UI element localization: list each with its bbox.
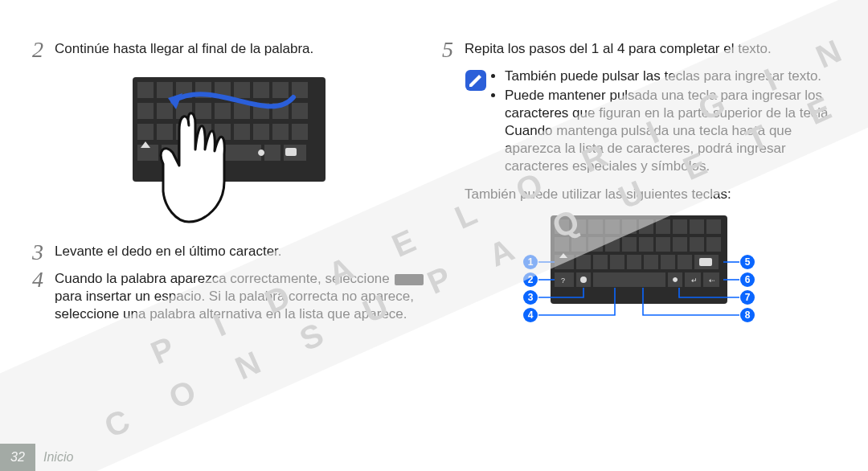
svg-rect-14 [137,103,154,119]
svg-text:7: 7 [745,292,751,303]
note-bullet-2: Puede mantener pulsada una tecla para in… [505,87,836,175]
svg-rect-49 [690,219,704,234]
svg-text:⇠: ⇠ [709,276,715,285]
svg-rect-48 [673,219,687,234]
step-4-text: Cuando la palabra aparezca correctamente… [55,270,426,323]
svg-text:2: 2 [528,274,534,285]
svg-rect-52 [571,237,586,252]
svg-rect-42 [571,219,586,234]
step-2-text: Continúe hasta llegar al final de la pal… [55,40,426,58]
svg-text:?: ? [561,276,565,285]
keyboard-swipe-illustration [125,69,334,230]
svg-rect-29 [253,124,269,140]
svg-rect-4 [137,82,154,98]
svg-rect-46 [639,219,653,234]
svg-rect-15 [157,103,173,119]
svg-rect-67 [661,255,675,269]
svg-text:4: 4 [528,309,534,321]
note-block: También puede pulsar las teclas para ing… [465,68,836,178]
step-number-2: 2 [32,39,55,61]
also-text: También puede utilizar las siguientes te… [465,186,836,203]
space-key-icon [395,274,424,285]
step-4: 4 Cuando la palabra aparezca correctamen… [32,270,426,323]
svg-text:↵: ↵ [691,276,698,285]
step-5: 5 Repita los pasos del 1 al 4 para compl… [442,40,836,61]
page-number: 32 [0,444,35,471]
svg-rect-63 [593,255,608,269]
note-icon [465,69,487,92]
svg-rect-44 [605,219,620,234]
svg-rect-30 [272,124,289,140]
svg-rect-28 [234,124,250,140]
svg-rect-72 [593,272,665,287]
svg-text:3: 3 [528,292,534,303]
svg-rect-68 [678,255,692,269]
step-number-5: 5 [442,39,465,61]
section-name: Inicio [43,450,73,465]
left-column: 2 Continúe hasta llegar al final de la p… [24,40,434,434]
svg-rect-17 [195,103,211,119]
svg-rect-23 [137,124,154,140]
step-4-text-a: Cuando la palabra aparezca correctamente… [55,271,393,286]
right-column: 5 Repita los pasos del 1 al 4 para compl… [434,40,844,434]
svg-rect-58 [673,237,687,252]
svg-rect-45 [622,219,637,234]
step-number-3: 3 [32,241,55,264]
svg-rect-62 [576,255,591,269]
svg-rect-56 [639,237,653,252]
svg-rect-43 [588,219,603,234]
svg-rect-55 [622,237,637,252]
svg-text:1: 1 [528,256,534,268]
svg-rect-24 [157,124,173,140]
svg-rect-37 [285,148,297,156]
note-list: También puede pulsar las teclas para ing… [493,68,836,178]
svg-rect-18 [215,103,231,119]
step-number-4: 4 [32,268,55,291]
svg-rect-47 [656,219,670,234]
step-2: 2 Continúe hasta llegar al final de la p… [32,40,426,61]
svg-rect-19 [234,103,250,119]
svg-text:6: 6 [745,274,751,285]
svg-point-78 [580,276,587,283]
svg-rect-35 [264,145,280,161]
step-4-text-b: para insertar un espacio. Si la palabra … [55,289,414,322]
svg-rect-22 [292,103,308,119]
svg-rect-31 [292,124,308,140]
svg-rect-41 [555,219,569,234]
svg-rect-5 [157,82,173,98]
svg-rect-57 [656,237,670,252]
step-5-text: Repita los pasos del 1 al 4 para complet… [465,40,836,58]
svg-rect-64 [610,255,624,269]
svg-rect-59 [690,237,704,252]
page-footer: 32 Inicio [0,444,73,471]
svg-rect-54 [605,237,620,252]
svg-rect-50 [706,219,721,234]
svg-rect-11 [272,82,289,98]
svg-text:8: 8 [745,309,751,321]
step-3-text: Levante el dedo en el último caracter. [55,243,426,260]
svg-text:5: 5 [745,256,751,268]
svg-rect-53 [588,237,603,252]
svg-rect-10 [253,82,269,98]
svg-rect-9 [234,82,250,98]
note-bullet-1: También puede pulsar las teclas para ing… [505,68,836,85]
svg-rect-76 [699,258,712,266]
svg-rect-65 [627,255,641,269]
keyboard-annotated-illustration: ? ↵ ⇠ 1 2 [506,211,772,356]
step-3: 3 Levante el dedo en el último caracter. [32,243,426,264]
svg-rect-51 [555,237,569,252]
svg-rect-60 [706,237,721,252]
svg-rect-66 [644,255,658,269]
